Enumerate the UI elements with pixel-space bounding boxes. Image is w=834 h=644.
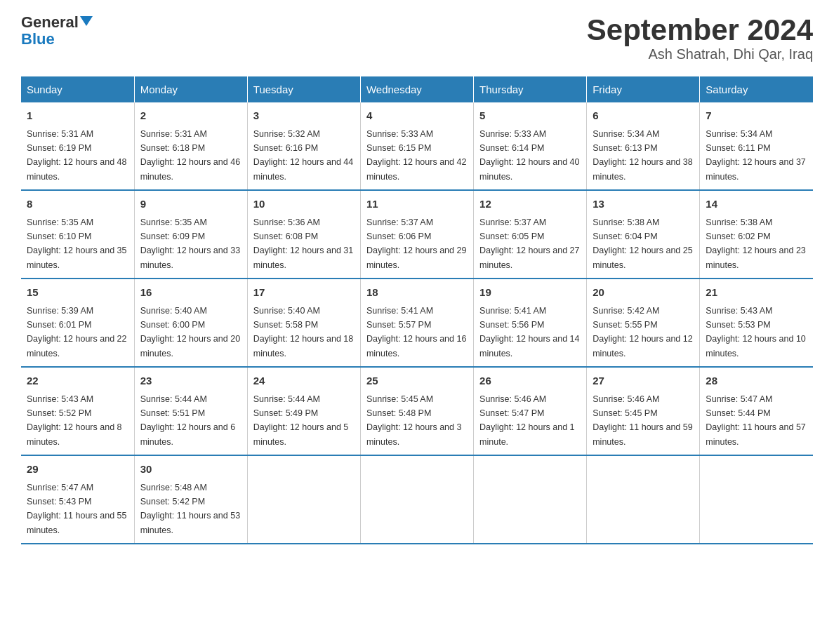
calendar-cell: 1 Sunrise: 5:31 AMSunset: 6:19 PMDayligh… bbox=[21, 102, 134, 190]
calendar-cell: 20 Sunrise: 5:42 AMSunset: 5:55 PMDaylig… bbox=[587, 279, 700, 367]
calendar-cell bbox=[474, 455, 587, 544]
cell-info: Sunrise: 5:47 AMSunset: 5:44 PMDaylight:… bbox=[706, 394, 805, 447]
day-number: 27 bbox=[593, 373, 694, 389]
day-number: 10 bbox=[253, 196, 355, 213]
day-number: 14 bbox=[706, 196, 807, 213]
calendar-title: September 2024 bbox=[587, 14, 813, 46]
day-number: 8 bbox=[27, 196, 128, 213]
day-number: 20 bbox=[593, 285, 694, 301]
calendar-cell bbox=[700, 455, 813, 544]
cell-info: Sunrise: 5:46 AMSunset: 5:45 PMDaylight:… bbox=[593, 394, 692, 447]
calendar-cell: 22 Sunrise: 5:43 AMSunset: 5:52 PMDaylig… bbox=[21, 367, 134, 455]
day-number: 30 bbox=[140, 462, 241, 478]
day-number: 11 bbox=[366, 196, 468, 213]
calendar-cell bbox=[360, 455, 473, 544]
calendar-cell: 10 Sunrise: 5:36 AMSunset: 6:08 PMDaylig… bbox=[247, 190, 360, 279]
day-number: 1 bbox=[27, 108, 128, 124]
logo-blue-text: Blue bbox=[21, 31, 55, 48]
day-number: 2 bbox=[140, 108, 241, 124]
cell-info: Sunrise: 5:47 AMSunset: 5:43 PMDaylight:… bbox=[27, 483, 126, 535]
calendar-cell: 19 Sunrise: 5:41 AMSunset: 5:56 PMDaylig… bbox=[474, 279, 587, 367]
cell-info: Sunrise: 5:31 AMSunset: 6:18 PMDaylight:… bbox=[140, 129, 240, 182]
header-thursday: Thursday bbox=[474, 76, 587, 102]
day-number: 26 bbox=[479, 373, 581, 389]
cell-info: Sunrise: 5:39 AMSunset: 6:01 PMDaylight:… bbox=[27, 306, 126, 358]
calendar-cell: 26 Sunrise: 5:46 AMSunset: 5:47 PMDaylig… bbox=[474, 367, 587, 455]
calendar-week-row: 1 Sunrise: 5:31 AMSunset: 6:19 PMDayligh… bbox=[21, 102, 813, 190]
calendar-cell: 30 Sunrise: 5:48 AMSunset: 5:42 PMDaylig… bbox=[134, 455, 247, 544]
calendar-cell: 17 Sunrise: 5:40 AMSunset: 5:58 PMDaylig… bbox=[247, 279, 360, 367]
svg-marker-0 bbox=[80, 16, 93, 26]
cell-info: Sunrise: 5:33 AMSunset: 6:15 PMDaylight:… bbox=[366, 129, 466, 182]
calendar-header-row: SundayMondayTuesdayWednesdayThursdayFrid… bbox=[21, 76, 813, 102]
cell-info: Sunrise: 5:44 AMSunset: 5:49 PMDaylight:… bbox=[253, 394, 349, 447]
header-saturday: Saturday bbox=[700, 76, 813, 102]
day-number: 23 bbox=[140, 373, 241, 389]
calendar-cell bbox=[247, 455, 360, 544]
day-number: 17 bbox=[253, 285, 355, 301]
calendar-cell: 13 Sunrise: 5:38 AMSunset: 6:04 PMDaylig… bbox=[587, 190, 700, 279]
logo: General Blue bbox=[21, 14, 93, 48]
cell-info: Sunrise: 5:42 AMSunset: 5:55 PMDaylight:… bbox=[593, 306, 692, 358]
calendar-cell: 27 Sunrise: 5:46 AMSunset: 5:45 PMDaylig… bbox=[587, 367, 700, 455]
calendar-cell: 2 Sunrise: 5:31 AMSunset: 6:18 PMDayligh… bbox=[134, 102, 247, 190]
calendar-cell: 15 Sunrise: 5:39 AMSunset: 6:01 PMDaylig… bbox=[21, 279, 134, 367]
header-sunday: Sunday bbox=[21, 76, 134, 102]
cell-info: Sunrise: 5:31 AMSunset: 6:19 PMDaylight:… bbox=[27, 129, 126, 182]
cell-info: Sunrise: 5:38 AMSunset: 6:02 PMDaylight:… bbox=[706, 217, 805, 270]
day-number: 29 bbox=[27, 462, 128, 478]
cell-info: Sunrise: 5:43 AMSunset: 5:53 PMDaylight:… bbox=[706, 306, 805, 358]
cell-info: Sunrise: 5:40 AMSunset: 5:58 PMDaylight:… bbox=[253, 306, 353, 358]
calendar-cell: 12 Sunrise: 5:37 AMSunset: 6:05 PMDaylig… bbox=[474, 190, 587, 279]
cell-info: Sunrise: 5:38 AMSunset: 6:04 PMDaylight:… bbox=[593, 217, 692, 270]
cell-info: Sunrise: 5:44 AMSunset: 5:51 PMDaylight:… bbox=[140, 394, 236, 447]
day-number: 4 bbox=[366, 108, 468, 124]
cell-info: Sunrise: 5:37 AMSunset: 6:05 PMDaylight:… bbox=[479, 217, 579, 270]
day-number: 16 bbox=[140, 285, 241, 301]
cell-info: Sunrise: 5:34 AMSunset: 6:11 PMDaylight:… bbox=[706, 129, 805, 182]
calendar-cell: 6 Sunrise: 5:34 AMSunset: 6:13 PMDayligh… bbox=[587, 102, 700, 190]
cell-info: Sunrise: 5:40 AMSunset: 6:00 PMDaylight:… bbox=[140, 306, 240, 358]
cell-info: Sunrise: 5:32 AMSunset: 6:16 PMDaylight:… bbox=[253, 129, 353, 182]
cell-info: Sunrise: 5:45 AMSunset: 5:48 PMDaylight:… bbox=[366, 394, 462, 447]
day-number: 7 bbox=[706, 108, 807, 124]
calendar-week-row: 8 Sunrise: 5:35 AMSunset: 6:10 PMDayligh… bbox=[21, 190, 813, 279]
logo-general-text: General bbox=[21, 14, 79, 31]
day-number: 13 bbox=[593, 196, 694, 213]
title-block: September 2024 Ash Shatrah, Dhi Qar, Ira… bbox=[587, 14, 813, 62]
cell-info: Sunrise: 5:34 AMSunset: 6:13 PMDaylight:… bbox=[593, 129, 692, 182]
day-number: 12 bbox=[479, 196, 581, 213]
header-wednesday: Wednesday bbox=[360, 76, 473, 102]
cell-info: Sunrise: 5:43 AMSunset: 5:52 PMDaylight:… bbox=[27, 394, 122, 447]
day-number: 22 bbox=[27, 373, 128, 389]
calendar-cell: 21 Sunrise: 5:43 AMSunset: 5:53 PMDaylig… bbox=[700, 279, 813, 367]
calendar-cell: 29 Sunrise: 5:47 AMSunset: 5:43 PMDaylig… bbox=[21, 455, 134, 544]
day-number: 6 bbox=[593, 108, 694, 124]
calendar-table: SundayMondayTuesdayWednesdayThursdayFrid… bbox=[21, 76, 813, 544]
page-header: General Blue September 2024 Ash Shatrah,… bbox=[21, 14, 813, 62]
day-number: 24 bbox=[253, 373, 355, 389]
calendar-cell: 11 Sunrise: 5:37 AMSunset: 6:06 PMDaylig… bbox=[360, 190, 473, 279]
cell-info: Sunrise: 5:33 AMSunset: 6:14 PMDaylight:… bbox=[479, 129, 579, 182]
calendar-cell: 24 Sunrise: 5:44 AMSunset: 5:49 PMDaylig… bbox=[247, 367, 360, 455]
calendar-cell: 9 Sunrise: 5:35 AMSunset: 6:09 PMDayligh… bbox=[134, 190, 247, 279]
cell-info: Sunrise: 5:48 AMSunset: 5:42 PMDaylight:… bbox=[140, 483, 240, 535]
day-number: 15 bbox=[27, 285, 128, 301]
calendar-cell: 16 Sunrise: 5:40 AMSunset: 6:00 PMDaylig… bbox=[134, 279, 247, 367]
header-monday: Monday bbox=[134, 76, 247, 102]
cell-info: Sunrise: 5:41 AMSunset: 5:57 PMDaylight:… bbox=[366, 306, 466, 358]
header-tuesday: Tuesday bbox=[247, 76, 360, 102]
day-number: 18 bbox=[366, 285, 468, 301]
calendar-week-row: 29 Sunrise: 5:47 AMSunset: 5:43 PMDaylig… bbox=[21, 455, 813, 544]
day-number: 9 bbox=[140, 196, 241, 213]
calendar-cell: 18 Sunrise: 5:41 AMSunset: 5:57 PMDaylig… bbox=[360, 279, 473, 367]
cell-info: Sunrise: 5:35 AMSunset: 6:10 PMDaylight:… bbox=[27, 217, 126, 270]
day-number: 28 bbox=[706, 373, 807, 389]
cell-info: Sunrise: 5:35 AMSunset: 6:09 PMDaylight:… bbox=[140, 217, 240, 270]
calendar-week-row: 15 Sunrise: 5:39 AMSunset: 6:01 PMDaylig… bbox=[21, 279, 813, 367]
day-number: 5 bbox=[479, 108, 581, 124]
cell-info: Sunrise: 5:46 AMSunset: 5:47 PMDaylight:… bbox=[479, 394, 575, 447]
day-number: 3 bbox=[253, 108, 355, 124]
calendar-cell: 5 Sunrise: 5:33 AMSunset: 6:14 PMDayligh… bbox=[474, 102, 587, 190]
header-friday: Friday bbox=[587, 76, 700, 102]
